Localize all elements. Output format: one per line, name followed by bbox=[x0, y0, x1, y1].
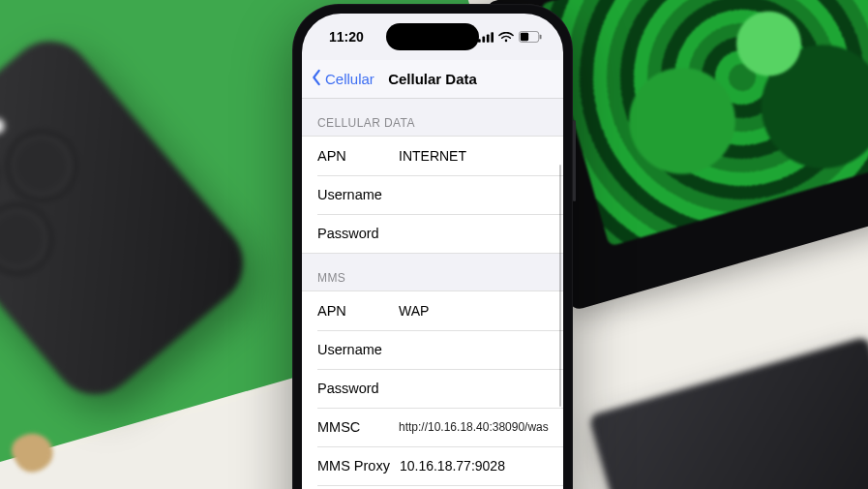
password-field[interactable]: Password bbox=[302, 214, 563, 253]
row-label: MMS Proxy bbox=[317, 458, 390, 474]
svg-rect-1 bbox=[482, 36, 485, 42]
mms-proxy-field[interactable]: MMS Proxy 10.16.18.77:9028 bbox=[302, 446, 563, 485]
row-label: Password bbox=[317, 381, 399, 396]
svg-rect-3 bbox=[491, 32, 494, 43]
svg-rect-6 bbox=[521, 33, 528, 41]
mms-list: APN WAP Username Password MMSC http://10… bbox=[302, 290, 563, 489]
row-label: Password bbox=[317, 226, 399, 241]
section-header-cellular-data: CELLULAR DATA bbox=[302, 99, 563, 136]
row-label: APN bbox=[317, 148, 399, 164]
username-field[interactable]: Username bbox=[302, 175, 563, 214]
signal-icon bbox=[478, 32, 494, 43]
apn-field[interactable]: APN INTERNET bbox=[302, 137, 563, 175]
row-label: Username bbox=[317, 187, 399, 202]
status-time: 11:20 bbox=[329, 29, 364, 45]
mms-password-field[interactable]: Password bbox=[302, 369, 563, 408]
row-value: WAP bbox=[399, 303, 548, 319]
chevron-left-icon bbox=[310, 69, 323, 89]
back-label: Cellular bbox=[325, 71, 374, 87]
scrollbar[interactable] bbox=[559, 165, 561, 407]
section-header-mms: MMS bbox=[302, 254, 563, 290]
back-button[interactable]: Cellular bbox=[310, 69, 374, 89]
svg-point-4 bbox=[505, 39, 508, 42]
mms-max-size-field[interactable]: MMS Max Message Size 307200 bbox=[302, 485, 563, 489]
row-value: http://10.16.18.40:38090/was bbox=[399, 420, 549, 434]
svg-rect-7 bbox=[540, 35, 542, 40]
mmsc-field[interactable]: MMSC http://10.16.18.40:38090/was bbox=[302, 408, 563, 446]
row-label: MMSC bbox=[317, 419, 399, 435]
cellular-data-list: APN INTERNET Username Password bbox=[302, 136, 563, 254]
mms-username-field[interactable]: Username bbox=[302, 330, 563, 369]
row-value: INTERNET bbox=[399, 148, 548, 164]
row-label: APN bbox=[317, 303, 399, 319]
row-label: Username bbox=[317, 342, 399, 357]
wifi-icon bbox=[498, 32, 514, 43]
nav-bar: Cellular Cellular Data bbox=[302, 60, 563, 99]
iphone-device-frame: 11:20 Cellular Cellular Data bbox=[292, 4, 573, 489]
mms-apn-field[interactable]: APN WAP bbox=[302, 291, 563, 330]
battery-icon bbox=[519, 31, 542, 43]
dynamic-island bbox=[386, 23, 479, 50]
iphone-screen: 11:20 Cellular Cellular Data bbox=[302, 14, 563, 489]
svg-rect-2 bbox=[487, 34, 490, 42]
row-value: 10.16.18.77:9028 bbox=[400, 458, 548, 474]
